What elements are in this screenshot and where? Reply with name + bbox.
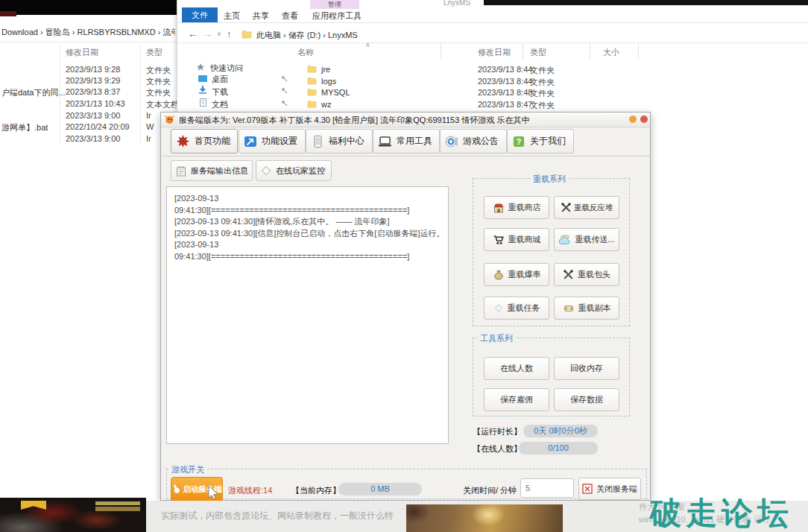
toolbar-button-home[interactable]: 首页功能: [171, 129, 238, 153]
back-icon[interactable]: ←: [188, 28, 198, 39]
online-count-button[interactable]: 在线人数: [484, 357, 549, 380]
toolbar-button-label: 首页功能: [195, 135, 230, 148]
reload-dungeon-button[interactable]: 重载副本: [554, 297, 619, 320]
sort-ascending-icon[interactable]: ∧: [365, 41, 370, 48]
maple-leaf-icon: [176, 134, 190, 148]
save-hired-button[interactable]: 保存雇佣: [484, 388, 549, 411]
log-line: [2023-09-13 09:41:30][情怀游戏,乐在其中。 —— 流年印象…: [174, 216, 441, 228]
quick-access-star-icon: [197, 63, 204, 71]
table-row-modified[interactable]: 2022/10/24 20:09: [66, 122, 130, 131]
scroll-icon: [563, 303, 575, 314]
column-header-type[interactable]: 类型: [146, 47, 162, 58]
sidebar-item-downloads[interactable]: 下载: [212, 86, 228, 98]
toolbar-button-common-tools[interactable]: 常用工具: [373, 129, 440, 153]
sidebar-item-desktop[interactable]: 桌面: [212, 74, 228, 85]
tab-manage[interactable]: 管理: [310, 0, 359, 9]
close-time-input[interactable]: [520, 478, 574, 498]
column-header-modified[interactable]: 修改日期: [478, 47, 511, 58]
server-dialog: 服务端版本为: Ver.079版本 补丁版本 4.30 [铂金用户版] 流年印象…: [160, 112, 651, 501]
forward-icon[interactable]: →: [203, 28, 212, 39]
notepad-icon: [176, 165, 186, 177]
reload-shop-button[interactable]: 重载商店: [484, 196, 549, 219]
file-row-name[interactable]: jre: [321, 65, 330, 74]
close-button[interactable]: [640, 115, 648, 123]
tab-server-output[interactable]: 服务端输出信息: [171, 160, 253, 181]
toolbar-button-about[interactable]: ? 关于我们: [507, 129, 574, 153]
up-icon[interactable]: ↑: [227, 28, 232, 39]
pin-icon: [281, 87, 288, 94]
reload-droprate-button[interactable]: 重载爆率: [484, 263, 549, 286]
game-artwork-center: [406, 504, 563, 532]
toolbar-button-label: 福利中心: [329, 135, 364, 148]
table-row-modified[interactable]: 2023/3/13 9:00: [66, 134, 120, 143]
sidebar-item-documents[interactable]: 文档: [212, 99, 228, 110]
reload-header-button[interactable]: 重载包头: [554, 263, 619, 286]
file-row-modified: 2023/9/13 8:48: [478, 88, 532, 97]
table-row-modified[interactable]: 2023/9/13 9:28: [66, 65, 120, 74]
sidebar-item-quick-access[interactable]: 快速访问: [210, 63, 243, 74]
phone-icon: [311, 135, 324, 148]
divider: [177, 22, 808, 23]
question-icon: ?: [512, 135, 525, 148]
chevron-down-icon[interactable]: ∨: [217, 31, 221, 37]
button-label: 重载商店: [508, 202, 541, 213]
artwork-shadow: [406, 504, 444, 532]
file-row-type: 文件夹: [530, 77, 555, 88]
button-label: 重载爆率: [508, 269, 541, 280]
tab-file[interactable]: 文件: [182, 7, 218, 22]
mouse-cursor: [208, 486, 218, 500]
tab-home[interactable]: 主页: [224, 10, 240, 22]
toolbar-button-announcements[interactable]: 游戏公告: [440, 129, 507, 153]
desktop-icon: [198, 75, 207, 82]
table-row-type: 文本文档: [146, 99, 179, 110]
reload-mall-button[interactable]: 重载商城: [484, 228, 549, 251]
online-players-label: 【在线人数】: [473, 443, 522, 455]
table-row-modified[interactable]: 2023/9/13 8:37: [66, 87, 120, 96]
save-data-button[interactable]: 保存数据: [554, 388, 619, 411]
file-row-modified: 2023/9/13 8:44: [478, 77, 532, 86]
column-header-size[interactable]: 大小: [603, 47, 619, 58]
server-log-console[interactable]: [2023-09-13 09:41:30][==================…: [166, 186, 449, 444]
column-header-name[interactable]: 名称: [297, 47, 314, 58]
tab-view[interactable]: 查看: [282, 10, 298, 22]
table-row-type: 文件夹: [146, 87, 171, 98]
dialog-title: 服务端版本为: Ver.079版本 补丁版本 4.30 [铂金用户版] 流年印象…: [179, 115, 529, 126]
quill-icon: [493, 303, 504, 314]
table-row-modified[interactable]: 2023/9/13 9:29: [66, 76, 120, 85]
tab-app-tools[interactable]: 应用程序工具: [312, 10, 362, 22]
breadcrumb[interactable]: Download › 冒险岛 › RLRSBYRSBLNMXD › 流年冒险: [1, 27, 175, 38]
gc-memory-button[interactable]: 回收内存: [554, 357, 619, 380]
shop-icon: [493, 203, 505, 213]
toolbar-button-welfare[interactable]: 福利中心: [306, 129, 373, 153]
download-icon: [198, 86, 207, 94]
document-icon: [199, 98, 207, 107]
file-row-name[interactable]: logs: [321, 77, 336, 86]
reload-quest-button[interactable]: 重载任务: [484, 297, 549, 320]
column-header-modified[interactable]: 修改日期: [66, 47, 98, 58]
address-breadcrumb[interactable]: 此电脑 › 储存 (D:) › LnyxMS: [256, 30, 358, 41]
background-black-strip: [0, 0, 177, 15]
file-row-type: 文件夹: [530, 65, 555, 76]
file-row-name[interactable]: wz: [321, 100, 331, 109]
divider: [177, 42, 808, 43]
minimize-button[interactable]: [629, 115, 637, 123]
button-label: 重载包头: [578, 269, 610, 280]
window-title: LnyxMS: [444, 0, 470, 7]
table-row-modified[interactable]: 2023/1/13 10:43: [66, 99, 125, 108]
table-row-name[interactable]: 户端data下的同...: [1, 87, 66, 98]
tab-player-monitor[interactable]: 在线玩家监控: [256, 160, 332, 181]
file-row-name[interactable]: MYSQL: [321, 88, 350, 97]
log-line: 09:41:30][==============================…: [174, 251, 441, 263]
reload-teleport-button[interactable]: 重载传送...: [554, 228, 619, 251]
column-header-type[interactable]: 类型: [530, 47, 546, 58]
toolbar-button-label: 功能设置: [262, 135, 297, 148]
toolbar-button-settings[interactable]: 功能设置: [239, 129, 306, 153]
table-row-modified[interactable]: 2023/3/13 9:00: [66, 111, 120, 120]
divider: [590, 43, 590, 60]
reload-reactor-button[interactable]: 重载反应堆: [554, 196, 619, 219]
reload-group-title: 重载系列: [530, 174, 569, 185]
stop-server-button[interactable]: 关闭服务端: [578, 478, 641, 500]
file-row-type: 文件夹: [530, 88, 555, 99]
tab-share[interactable]: 共享: [253, 10, 269, 22]
table-row-name[interactable]: 游网单】.bat: [1, 122, 48, 133]
